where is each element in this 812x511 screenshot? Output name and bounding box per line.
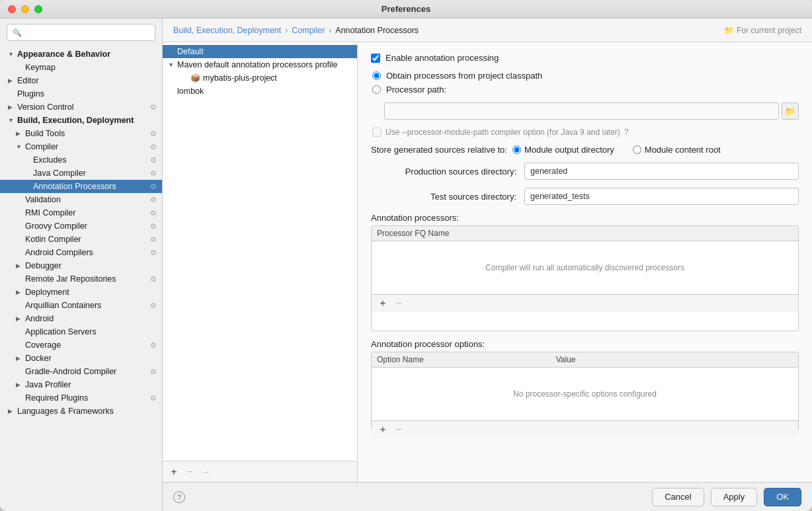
sidebar-item-label: Validation xyxy=(25,195,150,204)
add-processor-button[interactable]: + xyxy=(377,297,389,309)
sidebar-item-arquillian[interactable]: Arquillian Containers ⚙ xyxy=(0,299,162,312)
sidebar-item-application-servers[interactable]: Application Servers xyxy=(0,325,162,338)
search-input[interactable] xyxy=(26,28,149,37)
sidebar-item-remote-jar[interactable]: Remote Jar Repositories ⚙ xyxy=(0,272,162,286)
module-output-radio[interactable] xyxy=(512,145,521,154)
tree-list: Default ▼ Maven default annotation proce… xyxy=(163,42,357,461)
production-sources-row: Production sources directory: xyxy=(371,163,799,180)
sidebar-item-label: Keymap xyxy=(25,63,162,72)
annotation-processor-options-body: No processor-specific options configured xyxy=(372,368,798,420)
test-sources-input[interactable] xyxy=(524,188,799,205)
title-bar: Preferences xyxy=(0,0,812,19)
annotation-processors-empty: Compiler will run all automatically disc… xyxy=(485,263,684,272)
sidebar-item-label: Compiler xyxy=(25,142,150,151)
cancel-button[interactable]: Cancel xyxy=(652,488,704,506)
processor-path-radio[interactable] xyxy=(372,85,381,94)
sidebar-item-build-execution-deployment[interactable]: ▼ Build, Execution, Deployment xyxy=(0,114,162,127)
add-profile-button[interactable]: + xyxy=(168,466,180,478)
enable-annotation-checkbox[interactable] xyxy=(371,54,380,63)
annotation-processors-body: Compiler will run all automatically disc… xyxy=(372,241,798,294)
use-processor-module-row: Use --processor-module-path compiler opt… xyxy=(372,128,799,137)
remove-processor-button[interactable]: − xyxy=(393,297,405,309)
expand-arrow: ▶ xyxy=(8,104,17,110)
expand-arrow: ▼ xyxy=(8,117,17,124)
annotation-processor-options-empty: No processor-specific options configured xyxy=(513,389,657,399)
sidebar-item-label: Arquillian Containers xyxy=(25,301,150,310)
sidebar-item-deployment[interactable]: ▶ Deployment xyxy=(0,286,162,299)
help-tooltip-icon[interactable]: ? xyxy=(624,128,629,137)
minimize-button[interactable] xyxy=(21,5,29,13)
remove-profile-button[interactable]: − xyxy=(184,466,196,478)
maximize-button[interactable] xyxy=(34,5,42,13)
module-output-label: Module output directory xyxy=(524,145,614,155)
sidebar-item-plugins[interactable]: Plugins xyxy=(0,87,162,100)
obtain-classpath-radio[interactable] xyxy=(372,71,381,80)
sidebar-item-groovy-compiler[interactable]: Groovy Compiler ⚙ xyxy=(0,219,162,233)
sidebar-item-excludes[interactable]: Excludes ⚙ xyxy=(0,153,162,167)
sidebar-item-languages-frameworks[interactable]: ▶ Languages & Frameworks xyxy=(0,405,162,418)
production-sources-input[interactable] xyxy=(524,163,799,180)
ok-button[interactable]: OK xyxy=(764,488,801,506)
add-option-button[interactable]: + xyxy=(377,424,389,436)
breadcrumb-item-build[interactable]: Build, Execution, Deployment xyxy=(173,26,281,35)
use-processor-module-checkbox[interactable] xyxy=(372,128,382,137)
sidebar-item-android[interactable]: ▶ Android xyxy=(0,312,162,325)
sidebar-item-label: Gradle-Android Compiler xyxy=(25,367,150,376)
settings-icon: ⚙ xyxy=(150,341,157,350)
sidebar-item-required-plugins[interactable]: Required Plugins ⚙ xyxy=(0,391,162,405)
sidebar-item-editor[interactable]: ▶ Editor xyxy=(0,74,162,87)
tree-item-mybatis[interactable]: 📦 mybatis-plus-project xyxy=(163,71,357,85)
sidebar-item-coverage[interactable]: Coverage ⚙ xyxy=(0,338,162,352)
sidebar-item-java-profiler[interactable]: ▶ Java Profiler xyxy=(0,378,162,391)
breadcrumb-item-compiler[interactable]: Compiler xyxy=(292,26,325,35)
breadcrumb-sep-1: › xyxy=(285,26,288,35)
sidebar-item-label: Appearance & Behavior xyxy=(17,50,162,59)
tree-panel-footer: + − → xyxy=(163,461,357,482)
sidebar-item-appearance-behavior[interactable]: ▼ Appearance & Behavior xyxy=(0,48,162,61)
sidebar-item-gradle-android[interactable]: Gradle-Android Compiler ⚙ xyxy=(0,365,162,378)
apply-button[interactable]: Apply xyxy=(711,488,758,506)
sidebar-item-debugger[interactable]: ▶ Debugger xyxy=(0,259,162,272)
sidebar-item-label: Excludes xyxy=(33,155,150,165)
tree-item-label: mybatis-plus-project xyxy=(203,73,277,83)
nav-profile-button[interactable]: → xyxy=(200,466,212,478)
annotation-processors-label: Annotation processors: xyxy=(371,213,799,223)
settings-icon: ⚙ xyxy=(150,182,157,191)
sidebar-item-docker[interactable]: ▶ Docker xyxy=(0,352,162,365)
project-icon: 📁 xyxy=(724,26,734,35)
expand-arrow: ▶ xyxy=(16,355,25,362)
search-box[interactable]: 🔍 xyxy=(7,24,155,41)
expand-arrow: ▼ xyxy=(16,143,25,150)
remove-option-button[interactable]: − xyxy=(393,424,405,436)
sidebar-item-android-compilers[interactable]: Android Compilers ⚙ xyxy=(0,246,162,259)
breadcrumb-current: Annotation Processors xyxy=(335,26,419,35)
sidebar-item-java-compiler[interactable]: Java Compiler ⚙ xyxy=(0,167,162,180)
sidebar-list: ▼ Appearance & Behavior Keymap ▶ Editor … xyxy=(0,46,162,511)
sidebar-item-compiler[interactable]: ▼ Compiler ⚙ xyxy=(0,140,162,153)
right-panel: Build, Execution, Deployment › Compiler … xyxy=(163,19,812,511)
module-content-radio[interactable] xyxy=(633,145,641,154)
sidebar-item-label: Build Tools xyxy=(25,129,150,138)
settings-icon: ⚙ xyxy=(150,394,157,403)
tree-item-lombok[interactable]: lombok xyxy=(163,85,357,98)
sidebar-item-build-tools[interactable]: ▶ Build Tools ⚙ xyxy=(0,127,162,140)
browse-folder-button[interactable]: 📁 xyxy=(782,102,799,120)
sidebar-item-version-control[interactable]: ▶ Version Control ⚙ xyxy=(0,100,162,114)
annotation-processor-options-footer: + − xyxy=(372,420,798,438)
sidebar-item-keymap[interactable]: Keymap xyxy=(0,61,162,74)
search-icon: 🔍 xyxy=(13,28,22,37)
tree-item-maven-default[interactable]: ▼ Maven default annotation processors pr… xyxy=(163,58,357,71)
sidebar-item-label: Build, Execution, Deployment xyxy=(17,116,162,125)
sidebar-item-annotation-processors[interactable]: Annotation Processors ⚙ xyxy=(0,180,162,193)
obtain-classpath-row: Obtain processors from project classpath xyxy=(372,71,799,81)
sidebar-item-rmi-compiler[interactable]: RMI Compiler ⚙ xyxy=(0,206,162,219)
tree-panel: Default ▼ Maven default annotation proce… xyxy=(163,42,358,482)
tree-item-default[interactable]: Default xyxy=(163,45,357,58)
sidebar-item-validation[interactable]: Validation ⚙ xyxy=(0,193,162,206)
close-button[interactable] xyxy=(8,5,16,13)
annotation-processor-options-section: Annotation processor options: Option Nam… xyxy=(371,339,799,431)
sidebar-item-kotlin-compiler[interactable]: Kotlin Compiler ⚙ xyxy=(0,233,162,246)
annotation-processors-table: Processor FQ Name Compiler will run all … xyxy=(371,225,799,331)
processor-path-input[interactable] xyxy=(384,102,779,120)
help-button[interactable]: ? xyxy=(173,491,185,503)
